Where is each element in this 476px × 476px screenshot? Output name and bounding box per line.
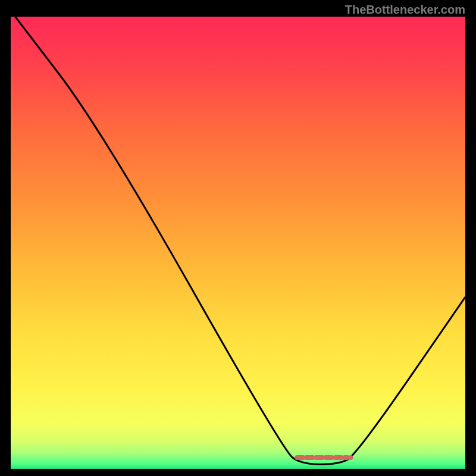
chart-marker [297,455,353,460]
svg-point-1 [348,455,353,460]
chart-background [11,17,465,469]
attribution-text: TheBottlenecker.com [345,3,465,17]
chart-svg [11,17,465,469]
chart-plot [11,17,465,469]
